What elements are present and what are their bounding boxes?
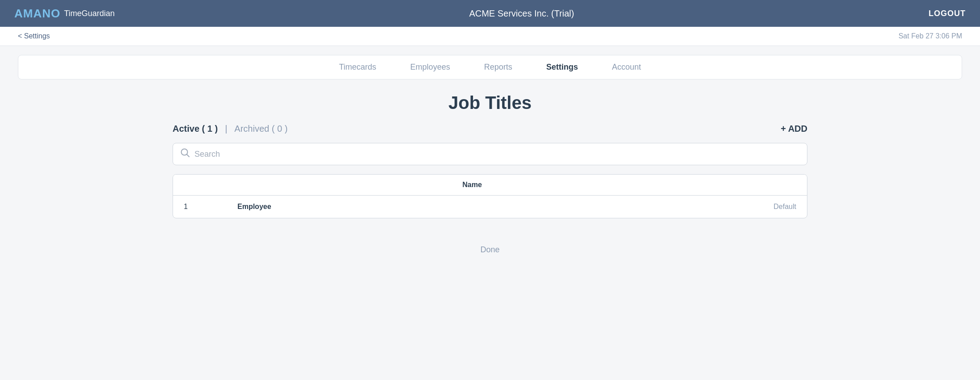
logout-button[interactable]: LOGOUT — [929, 9, 966, 18]
search-icon — [180, 148, 190, 160]
app-header: AMANO TimeGuardian ACME Services Inc. (T… — [0, 0, 980, 27]
logo-amano: AMANO — [14, 7, 60, 21]
nav-item-settings[interactable]: Settings — [543, 61, 582, 74]
logo-timeguardian: TimeGuardian — [64, 9, 114, 18]
table-row[interactable]: 1 Employee Default — [173, 196, 807, 218]
back-settings-link[interactable]: < Settings — [18, 32, 50, 40]
page-footer: Done — [0, 236, 980, 268]
company-title: ACME Services Inc. (Trial) — [469, 8, 574, 19]
nav-item-reports[interactable]: Reports — [481, 61, 516, 74]
table-header: Name — [173, 175, 807, 196]
nav-item-timecards[interactable]: Timecards — [335, 61, 380, 74]
search-container — [173, 143, 807, 165]
page-title: Job Titles — [173, 93, 807, 113]
tab-archived[interactable]: Archived ( 0 ) — [234, 124, 287, 134]
nav-item-employees[interactable]: Employees — [407, 61, 454, 74]
tabs-row: Active ( 1 ) | Archived ( 0 ) + ADD — [173, 124, 807, 134]
table-cell-name: Employee — [237, 203, 707, 211]
add-button[interactable]: + ADD — [781, 124, 807, 134]
nav-bar: Timecards Employees Reports Settings Acc… — [18, 55, 962, 79]
table-header-name: Name — [237, 181, 707, 189]
svg-line-1 — [187, 155, 189, 157]
datetime-display: Sat Feb 27 3:06 PM — [899, 32, 962, 40]
page-content: Job Titles Active ( 1 ) | Archived ( 0 )… — [155, 93, 825, 218]
done-button[interactable]: Done — [480, 245, 499, 255]
logo: AMANO TimeGuardian — [14, 7, 115, 21]
tab-divider: | — [225, 124, 227, 134]
tab-active[interactable]: Active ( 1 ) — [173, 124, 218, 134]
sub-header: < Settings Sat Feb 27 3:06 PM — [0, 27, 980, 46]
search-input[interactable] — [194, 150, 800, 159]
nav-item-account[interactable]: Account — [608, 61, 645, 74]
table-cell-default: Default — [707, 203, 796, 211]
table-cell-index: 1 — [184, 203, 237, 211]
tabs-left: Active ( 1 ) | Archived ( 0 ) — [173, 124, 287, 134]
job-titles-table: Name 1 Employee Default — [173, 174, 807, 218]
